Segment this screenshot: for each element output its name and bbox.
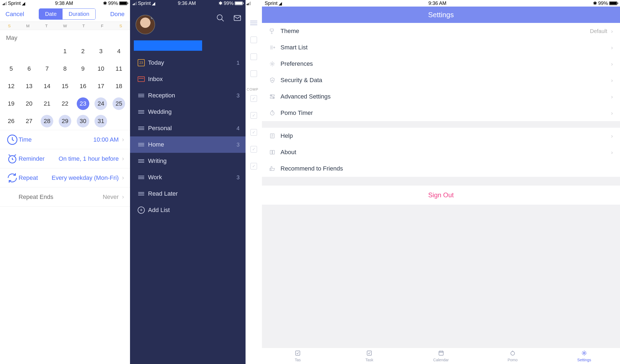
calendar-day[interactable]: 20 [20,95,38,112]
calendar-day[interactable]: 13 [20,77,38,95]
settings-row-recommend[interactable]: Recommend to Friends [262,160,620,177]
calendar-day[interactable]: 10 [92,60,110,77]
settings-row-pomo[interactable]: Pomo Timer› [262,105,620,121]
clock: 9:36 AM [428,1,446,6]
count-badge: 3 [237,93,240,99]
sidebar-item-work[interactable]: Work3 [130,169,246,186]
chevron-right-icon: › [611,44,613,51]
settings-row-advanced[interactable]: Advanced Settings› [262,88,620,105]
settings-label: Security & Data [281,77,607,84]
calendar-day[interactable]: 29 [56,112,74,130]
sidebar-item-writing[interactable]: Writing [130,153,246,169]
cancel-button[interactable]: Cancel [5,11,24,18]
tab-label: Task [365,358,373,362]
battery-label: 99% [108,1,118,6]
settings-row-security[interactable]: Security & Data› [262,72,620,88]
calendar-day[interactable]: 6 [20,60,38,77]
avatar[interactable] [135,15,155,34]
calendar-day[interactable]: 15 [56,77,74,95]
segment-date[interactable]: Date [39,9,63,19]
chevron-right-icon: › [611,94,613,100]
calendar-day[interactable]: 2 [74,43,92,60]
calendar-day[interactable]: 26 [2,112,20,130]
tab-settings[interactable]: Settings [548,348,620,364]
done-button[interactable]: Done [110,11,125,18]
sidebar-item-label: Inbox [148,76,240,83]
chevron-right-icon: › [611,149,613,156]
calendar-day[interactable]: 23 [74,95,92,112]
mail-icon[interactable] [233,14,242,23]
calendar-day[interactable]: 30 [74,112,92,130]
advanced-icon [269,93,281,100]
repeat-row[interactable]: Repeat Every weekday (Mon-Fri) › [0,168,130,187]
calendar-day[interactable]: 24 [92,95,110,112]
calendar-day [2,43,20,60]
settings-row-smartlist[interactable]: Smart List› [262,39,620,56]
calendar-day[interactable]: 19 [2,95,20,112]
settings-row-about[interactable]: About› [262,144,620,160]
calendar-day[interactable]: 28 [38,112,56,130]
tab-tas[interactable]: Tas [262,348,333,364]
sidebar-item-home[interactable]: Home3 [130,136,246,153]
menu-icon[interactable] [246,15,262,31]
search-icon[interactable] [216,14,225,23]
reminder-row[interactable]: Reminder On time, 1 hour before › [0,149,130,168]
sidebar-item-inbox[interactable]: Inbox [130,71,246,87]
tab-pomo[interactable]: Pomo [477,348,548,364]
settings-row-theme[interactable]: ThemeDefault› [262,23,620,39]
calendar-day[interactable]: 22 [56,95,74,112]
calendar-day[interactable]: 17 [92,77,110,95]
sidebar-item-personal[interactable]: Personal4 [130,120,246,136]
calendar-day[interactable]: 8 [56,60,74,77]
calendar-day[interactable]: 5 [2,60,20,77]
svg-point-5 [274,47,275,48]
add-list-button[interactable]: +Add List [130,202,246,218]
calendar-day[interactable]: 12 [2,77,20,95]
settings-row-preferences[interactable]: Preferences› [262,56,620,72]
tab-calendar[interactable]: Calendar [405,348,477,364]
time-row[interactable]: Time 10:00 AM › [0,130,130,149]
svg-point-17 [511,351,515,355]
checkbox-icon[interactable] [250,70,257,77]
peek-task-list: COMP ✓ ✓ ✓ ✓ ✓ [246,0,262,364]
weekday-t: T [37,23,56,28]
calendar-day[interactable]: 16 [74,77,92,95]
calendar-day[interactable]: 4 [110,43,128,60]
reminder-label: Reminder [19,155,59,162]
sidebar-item-today[interactable]: 23Today1 [130,55,246,71]
sidebar-item-wedding[interactable]: Wedding [130,104,246,120]
calendar-day[interactable]: 1 [56,43,74,60]
checkbox-checked-icon[interactable]: ✓ [250,146,257,153]
calendar-day[interactable]: 25 [110,95,128,112]
calendar-day[interactable]: 18 [110,77,128,95]
sidebar-item-readlater[interactable]: Read Later [130,186,246,202]
svg-point-6 [271,63,273,65]
calendar-day[interactable]: 7 [38,60,56,77]
sidebar-screen: Sprint ◢︎ 9:36 AM ✱ 99% 23Today1InboxRec… [130,0,246,364]
checkbox-checked-icon[interactable]: ✓ [250,163,257,169]
checkbox-checked-icon[interactable]: ✓ [250,129,257,136]
checkbox-icon[interactable] [250,37,257,43]
help-icon [269,133,281,139]
calendar-day[interactable]: 31 [92,112,110,130]
tab-task[interactable]: Task [333,348,405,364]
calendar-day[interactable]: 3 [92,43,110,60]
weekday-m: M [19,23,37,28]
list-icon [136,159,146,163]
signal-icon [133,2,137,5]
calendar-day[interactable]: 27 [20,112,38,130]
checkbox-checked-icon[interactable]: ✓ [250,95,257,102]
calendar-day[interactable]: 9 [74,60,92,77]
segment-duration[interactable]: Duration [63,9,95,19]
calendar-day[interactable]: 11 [110,60,128,77]
weekday-w: W [56,23,74,28]
checkbox-icon[interactable] [250,53,257,60]
repeat-ends-row[interactable]: Repeat Ends Never › [0,187,130,207]
calendar-day[interactable]: 14 [38,77,56,95]
calendar-day[interactable]: 21 [38,95,56,112]
smartlist-icon [269,44,281,51]
sidebar-item-reception[interactable]: Reception3 [130,87,246,104]
sign-out-button[interactable]: Sign Out [262,186,620,205]
settings-row-help[interactable]: Help› [262,128,620,144]
checkbox-checked-icon[interactable]: ✓ [250,112,257,119]
